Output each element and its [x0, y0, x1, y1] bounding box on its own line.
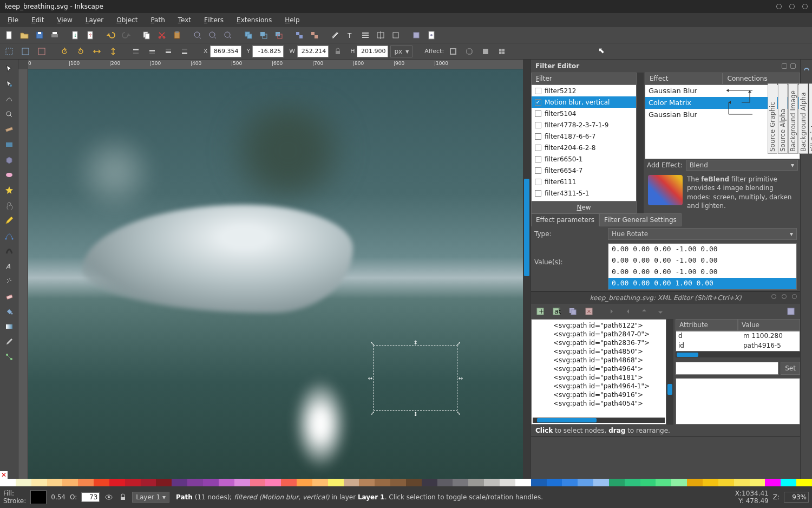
- select-all-layers-icon[interactable]: [18, 44, 32, 58]
- open-icon[interactable]: [17, 28, 31, 42]
- palette-swatch[interactable]: [640, 479, 656, 486]
- filter-source[interactable]: Background Image: [788, 83, 798, 154]
- no-fill-swatch[interactable]: ✕: [0, 471, 8, 479]
- 3dbox-tool-icon[interactable]: [1, 153, 17, 167]
- gradient-tool-icon[interactable]: [1, 320, 17, 334]
- filter-list-header[interactable]: Filter: [531, 73, 637, 84]
- palette-swatch[interactable]: [0, 479, 16, 486]
- xml-node[interactable]: <svg:path id="path4916">: [534, 391, 664, 400]
- matrix-row[interactable]: 0.00 0.00 0.00 -1.00 0.00: [608, 266, 796, 278]
- connector-tool-icon[interactable]: [1, 350, 17, 364]
- palette-swatch[interactable]: [718, 479, 734, 486]
- ungroup-icon[interactable]: [307, 28, 322, 42]
- palette-swatch[interactable]: [406, 479, 422, 486]
- new-filter-button[interactable]: New: [531, 201, 637, 213]
- xml-new-text-icon[interactable]: abc: [549, 304, 564, 318]
- palette-swatch[interactable]: [187, 479, 203, 486]
- palette-swatch[interactable]: [297, 479, 312, 486]
- xml-delete-icon[interactable]: [582, 304, 596, 318]
- filter-source[interactable]: Source Alpha: [778, 83, 788, 154]
- layer-lock-icon[interactable]: [118, 490, 128, 504]
- filter-row[interactable]: ✓Motion blur, vertical: [532, 96, 636, 108]
- palette-swatch[interactable]: [484, 479, 500, 486]
- x-input[interactable]: [210, 45, 241, 57]
- palette-swatch[interactable]: [109, 479, 125, 486]
- xml-node[interactable]: <svg:path id="path2836-7">: [534, 339, 664, 348]
- palette-swatch[interactable]: [78, 479, 94, 486]
- filter-checkbox[interactable]: [535, 156, 541, 162]
- palette-swatch[interactable]: [656, 479, 671, 486]
- palette-swatch[interactable]: [781, 479, 796, 486]
- layer-select[interactable]: Layer 1 ▾: [132, 492, 169, 503]
- palette-swatch[interactable]: [390, 479, 406, 486]
- zoom-selection-icon[interactable]: [191, 28, 205, 42]
- palette-swatch[interactable]: [593, 479, 609, 486]
- flip-v-icon[interactable]: [106, 44, 120, 58]
- xml-tree-scrollbar-v[interactable]: [666, 319, 673, 425]
- palette-swatch[interactable]: [234, 479, 250, 486]
- window-minimize[interactable]: [776, 4, 782, 9]
- xml-node[interactable]: <svg:path id="path4181">: [534, 374, 664, 382]
- window-maximize[interactable]: [789, 4, 795, 9]
- filter-source[interactable]: Background Alpha: [798, 83, 808, 154]
- window-close[interactable]: [802, 4, 808, 9]
- xml-duplicate-icon[interactable]: [566, 304, 580, 318]
- group-icon[interactable]: [292, 28, 306, 42]
- spray-tool-icon[interactable]: [1, 274, 17, 288]
- filter-list-scrollbar[interactable]: [637, 73, 644, 213]
- menu-view[interactable]: View: [51, 15, 77, 25]
- text-dialog-icon[interactable]: T: [343, 28, 357, 42]
- save-icon[interactable]: [32, 28, 47, 42]
- palette-swatch[interactable]: [141, 479, 156, 486]
- tab-filter-general-settings[interactable]: Filter General Settings: [599, 213, 682, 226]
- xml-node[interactable]: <svg:path id="path2847-0">: [534, 330, 664, 339]
- selection-handle-ne[interactable]: ⤢: [456, 341, 461, 346]
- palette-swatch[interactable]: [625, 479, 640, 486]
- canvas-scrollbar-v[interactable]: [523, 60, 531, 486]
- xml-tree-scrollbar-h[interactable]: [533, 418, 665, 423]
- attr-name-input[interactable]: [676, 362, 778, 375]
- xml-tree[interactable]: <svg:path id="path6122"><svg:path id="pa…: [531, 319, 666, 425]
- filter-checkbox[interactable]: [535, 133, 541, 140]
- palette-swatch[interactable]: [578, 479, 593, 486]
- palette-swatch[interactable]: [62, 479, 78, 486]
- xml-new-element-icon[interactable]: +: [533, 304, 547, 318]
- filter-checkbox[interactable]: [535, 88, 541, 94]
- color-palette[interactable]: [0, 479, 812, 486]
- xml-node[interactable]: <svg:path id="path4054">: [534, 400, 664, 408]
- palette-swatch[interactable]: [344, 479, 359, 486]
- raise-top-icon[interactable]: [129, 44, 143, 58]
- filter-row[interactable]: filter6111: [532, 176, 636, 187]
- palette-swatch[interactable]: [375, 479, 390, 486]
- palette-swatch[interactable]: [172, 479, 187, 486]
- clone-icon[interactable]: [257, 28, 271, 42]
- copy-icon[interactable]: [140, 28, 154, 42]
- menu-text[interactable]: Text: [173, 15, 197, 25]
- zoom-page-icon[interactable]: [221, 28, 235, 42]
- measure-tool-icon[interactable]: [1, 122, 17, 136]
- selection-handle-n[interactable]: ↕: [413, 340, 418, 345]
- canvas[interactable]: ⤡ ↕ ⤢ ↔ ↔ ⤢ ↕ ⤡: [28, 69, 523, 486]
- panel-iconify[interactable]: [782, 63, 787, 69]
- zoom-tool-icon[interactable]: [1, 107, 17, 121]
- filter-row[interactable]: filter4311-5-1: [532, 187, 636, 199]
- matrix-row[interactable]: 0.00 0.00 0.00 1.00 0.00: [608, 278, 796, 289]
- document-properties-icon[interactable]: [424, 28, 438, 42]
- filter-checkbox[interactable]: [535, 145, 541, 151]
- palette-swatch[interactable]: [765, 479, 781, 486]
- deselect-icon[interactable]: [35, 44, 49, 58]
- palette-swatch[interactable]: [156, 479, 172, 486]
- menu-layer[interactable]: Layer: [80, 15, 109, 25]
- menu-help[interactable]: Help: [279, 15, 305, 25]
- affect-pattern-icon[interactable]: [495, 44, 509, 58]
- palette-swatch[interactable]: [750, 479, 765, 486]
- affect-gradient-icon[interactable]: [479, 44, 493, 58]
- palette-swatch[interactable]: [437, 479, 453, 486]
- menu-filters[interactable]: Filters: [199, 15, 229, 25]
- palette-swatch[interactable]: [734, 479, 750, 486]
- xml-unindent-icon[interactable]: [605, 304, 619, 318]
- fill-stroke-icon[interactable]: [328, 28, 342, 42]
- h-input[interactable]: [357, 45, 388, 57]
- lower-bottom-icon[interactable]: [178, 44, 192, 58]
- ruler-vertical[interactable]: [18, 69, 28, 486]
